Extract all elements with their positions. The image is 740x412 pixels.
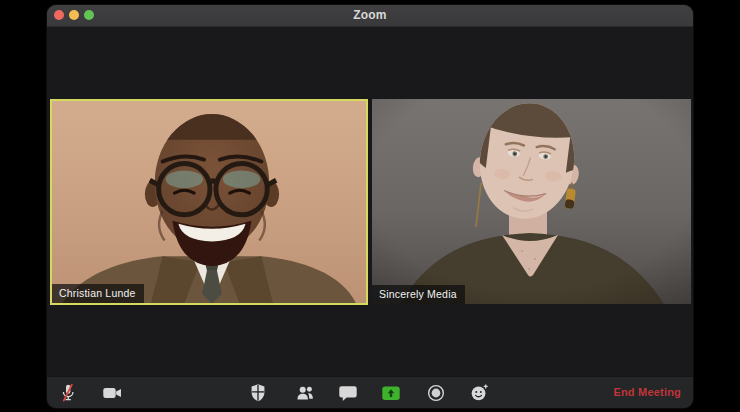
start-video-button[interactable] [99, 380, 125, 406]
video-grid: Christian Lunde [47, 27, 693, 377]
security-shield-icon [247, 382, 269, 404]
meeting-toolbar: End Meeting [47, 376, 693, 408]
fullscreen-button[interactable] [84, 10, 94, 20]
participants-icon [294, 382, 316, 404]
chat-button[interactable] [335, 380, 361, 406]
close-button[interactable] [54, 10, 64, 20]
titlebar[interactable]: Zoom [47, 5, 693, 27]
reactions-button[interactable] [466, 380, 492, 406]
reactions-icon [468, 382, 490, 404]
microphone-muted-icon [57, 382, 79, 404]
window-title: Zoom [47, 5, 693, 26]
participants-button[interactable] [292, 380, 318, 406]
mute-button[interactable] [55, 380, 81, 406]
chat-bubble-icon [337, 382, 359, 404]
share-screen-button[interactable] [378, 380, 404, 406]
video-tile-sincerely-media[interactable]: Sincerely Media [372, 99, 691, 304]
video-tile-christian-lunde[interactable]: Christian Lunde [50, 99, 368, 305]
minimize-button[interactable] [69, 10, 79, 20]
record-icon [425, 382, 447, 404]
christian-lunde-video-feed [52, 101, 366, 303]
video-camera-icon [101, 382, 123, 404]
participant-name-label: Sincerely Media [372, 285, 465, 304]
end-meeting-button[interactable]: End Meeting [613, 377, 681, 408]
participant-name-label: Christian Lunde [52, 284, 144, 303]
share-screen-icon [380, 382, 402, 404]
security-button[interactable] [245, 380, 271, 406]
record-button[interactable] [423, 380, 449, 406]
zoom-meeting-window: Zoom [47, 5, 693, 408]
sincerely-media-video-feed [372, 99, 691, 304]
window-controls [54, 10, 94, 20]
